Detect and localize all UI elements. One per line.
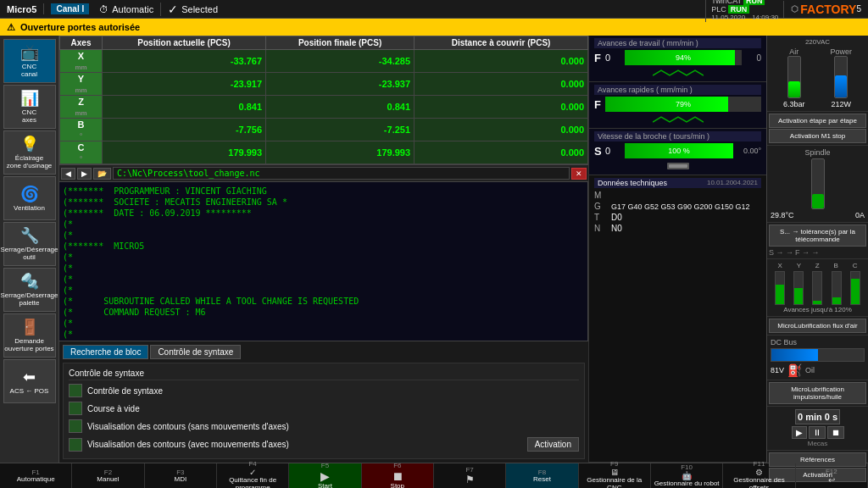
- air-bar-fill: [788, 81, 800, 97]
- program-line: (*: [63, 274, 584, 285]
- sidebar-item-ouverture-portes[interactable]: 🚪 Demande ouverture portes: [3, 313, 56, 358]
- cnc-canal-icon: 📺: [20, 43, 39, 62]
- fn-btn-f10[interactable]: F10 🤖 Gestionnaire du robot: [651, 463, 723, 488]
- svg-rect-1: [669, 164, 687, 168]
- f-work-value: 0: [605, 53, 622, 63]
- f-work-label: F: [594, 52, 603, 64]
- axis-final-z: 0.841: [266, 96, 415, 119]
- fn-btn-f4[interactable]: F4 ✓ Quittance fin de programme: [217, 463, 289, 488]
- spindle-speed-section: Vitesse de la broche ( tours/min ) S 0 1…: [589, 129, 766, 175]
- btn-m1stop[interactable]: Activation M1 stop: [769, 129, 866, 143]
- btn-telecommande[interactable]: S... → tolérance(s) par la télécommande: [769, 225, 866, 247]
- sidebar-item-eclairage[interactable]: 💡 Éclairagezone d'usinage: [3, 130, 56, 175]
- axis-row-b: B° -7.756 -7.251 0.000: [60, 119, 588, 141]
- axes-ind-bars: [771, 271, 865, 305]
- prog-btn-next[interactable]: ▶: [77, 168, 92, 180]
- btn-microlub-air[interactable]: MicroLubrification flux d'air: [769, 319, 866, 333]
- fn-btn-f12[interactable]: F12 ↩: [796, 463, 868, 488]
- fn-btn-f1[interactable]: F1 Automatique: [0, 463, 72, 488]
- tab-syntax[interactable]: Contrôle de syntaxe: [150, 345, 241, 359]
- timer-stop-btn[interactable]: ⏹: [827, 426, 844, 439]
- right-btns-top: Activation étape par étape Activation M1…: [767, 112, 868, 146]
- main-layout: 📺 CNCcanal 📊 CNCaxes 💡 Éclairagezone d'u…: [0, 36, 868, 463]
- program-section[interactable]: (******* PROGRAMMEUR : VINCENT GIACHING …: [59, 182, 588, 341]
- f11-num: F11: [754, 460, 765, 468]
- sidebar-item-cnc-axes[interactable]: 📊 CNCaxes: [3, 85, 56, 129]
- tab-recherche[interactable]: Recherche de bloc: [63, 345, 148, 359]
- dc-bus-section: DC Bus 81V ⛽ Oil: [767, 336, 868, 380]
- fn-btn-f6[interactable]: F6 ⏹ Stop: [362, 463, 434, 488]
- microlub-huile-section: MicroLubrification impulsions/huile: [767, 380, 868, 407]
- rapid-feed-row: F 79%: [594, 97, 761, 112]
- factory-logo: ⬡ FACTORY5: [783, 1, 868, 18]
- work-feed-section: Avances de travail ( mm/min ) F 0 94% 0: [589, 36, 766, 82]
- activation-button[interactable]: Activation: [527, 437, 579, 452]
- f4-label: Quittance fin de programme: [218, 477, 287, 488]
- prog-btn-prev[interactable]: ◀: [61, 168, 75, 180]
- adv-label: Avances jusqu'à 120%: [771, 306, 865, 313]
- fn-btn-f9[interactable]: F9 🖥 Gestionnaire de la CNC: [579, 463, 651, 488]
- sidebar-item-serrage-outil[interactable]: 🔧 Serrage/Déserrage outil: [3, 222, 56, 266]
- btn-microlub-huile[interactable]: MicroLubrification impulsions/huile: [769, 382, 866, 404]
- f12-num: F12: [826, 468, 837, 475]
- microlub-section: MicroLubrification flux d'air: [767, 317, 868, 336]
- sidebar-item-ventilation[interactable]: 🌀 Ventilation: [3, 176, 56, 220]
- f2-label: Manuel: [97, 476, 119, 484]
- tech-g-val: G17 G40 G52 G53 G90 G200 G150 G12: [611, 202, 750, 211]
- sidebar-item-acs-pos[interactable]: ⬅ ACS ← POS: [3, 359, 56, 403]
- btn-etape-etape[interactable]: Activation étape par étape: [769, 114, 866, 128]
- work-feed-bar: 94%: [625, 50, 742, 65]
- power-gauge: Power 212W: [830, 47, 852, 108]
- sidebar-item-serrage-palette[interactable]: 🔩 Serrage/Déserrage palette: [3, 268, 56, 312]
- axis-ind-bar-b: [832, 271, 842, 305]
- fn-btn-f5[interactable]: F5 ▶ Start: [289, 463, 361, 488]
- sidebar-item-cnc-canal[interactable]: 📺 CNCcanal: [3, 39, 56, 83]
- oil-label: Oil: [805, 366, 815, 374]
- serrage-outil-icon: 🔧: [20, 226, 39, 245]
- timer-controls: ▶ ⏸ ⏹: [771, 426, 865, 439]
- axis-ind-fill-b: [832, 297, 841, 304]
- prog-btn-open[interactable]: 📂: [93, 168, 111, 180]
- fn-btn-f2[interactable]: F2 Manuel: [72, 463, 144, 488]
- tech-title: Données techniques: [598, 179, 667, 187]
- prog-close-btn[interactable]: ✕: [571, 168, 587, 180]
- fn-btn-f3[interactable]: F3 MDI: [145, 463, 217, 488]
- spindle-speed-row: S 0 100 % 0.00°: [594, 143, 761, 158]
- axis-distance-z: 0.000: [415, 96, 588, 119]
- spindle-temp-section: Spindle 29.8°C 0A: [767, 146, 868, 223]
- timer-play-btn[interactable]: ▶: [792, 426, 807, 439]
- mecas-label: Mecas: [771, 440, 865, 447]
- f5-icon: ▶: [320, 469, 330, 483]
- checkbox-syntax[interactable]: [69, 384, 82, 397]
- dc-bus-bar-fill: [771, 349, 818, 361]
- checkbox-course[interactable]: [69, 402, 82, 415]
- program-line: (*: [63, 329, 584, 340]
- syntax-panel: Contrôle de syntaxe Contrôle de syntaxe …: [63, 363, 585, 459]
- timer-pause-btn[interactable]: ⏸: [809, 426, 826, 439]
- f9-label: Gestionnaire de la CNC: [580, 477, 649, 488]
- spindle-temp-label: Spindle: [771, 148, 865, 157]
- f5-num: F5: [321, 462, 329, 469]
- axis-distance-c: 0.000: [415, 141, 588, 164]
- timer-section: 0 min 0 s ▶ ⏸ ⏹ Mecas: [767, 407, 868, 451]
- fn-btn-f11[interactable]: F11 ⚙ Gestionnaire des offsets: [723, 463, 795, 488]
- spindle-bar-container: [811, 158, 825, 209]
- s-arrows: S → →: [769, 248, 793, 257]
- power-label: Power: [830, 47, 852, 56]
- canal-section: Canal I ⏱ Automatic: [43, 3, 160, 14]
- tech-data-section: Données techniques 10.01.2004.2021 M G G…: [589, 175, 766, 463]
- tech-timestamp: 10.01.2004.2021: [707, 179, 758, 187]
- search-section: Recherche de bloc Contrôle de syntaxe Co…: [59, 341, 588, 463]
- program-toolbar: ◀ ▶ 📂 C:\Nc\Process\tool_change.nc ✕: [59, 165, 588, 182]
- spindle-speed-pct: 100 %: [668, 147, 690, 155]
- f4-num: F4: [248, 460, 256, 468]
- spindle-speed-title: Vitesse de la broche ( tours/min ): [594, 131, 761, 141]
- f7-icon: ⚑: [465, 474, 475, 485]
- checkbox-contours-sans[interactable]: [69, 419, 82, 433]
- fn-btn-f7[interactable]: F7 ⚑: [434, 463, 506, 488]
- program-line: (* SUBROUTINE CALLED WHILE A TOOL CHANGE…: [63, 296, 584, 307]
- air-power-gauges: Air 6.3bar Power 212W: [771, 47, 865, 108]
- fn-btn-f8[interactable]: F8 Reset: [506, 463, 578, 488]
- checkbox-contours-avec[interactable]: [69, 438, 82, 452]
- f-arrows: F → →: [795, 248, 820, 257]
